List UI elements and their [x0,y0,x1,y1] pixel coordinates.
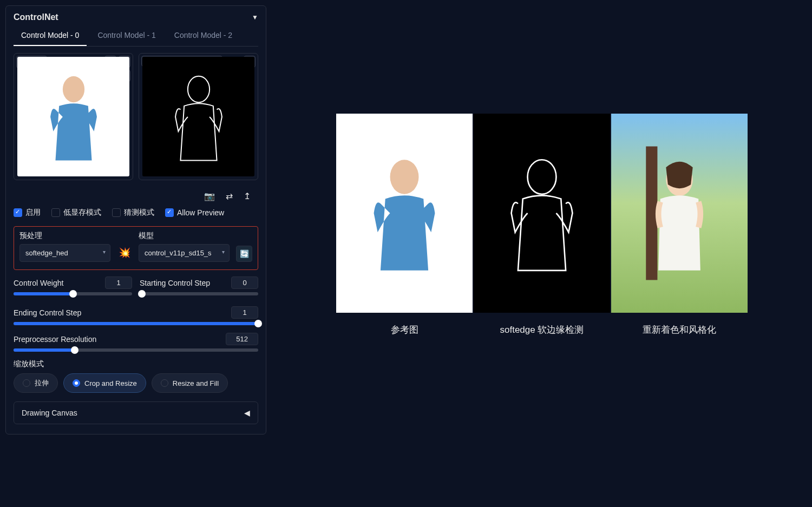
preproc-select[interactable]: softedge_hed [19,244,110,262]
end-step-label: Ending Control Step [14,308,81,317]
triptych-col-1: 参考图 [336,114,473,336]
start-step-label: Starting Control Step [140,279,210,287]
model-label: 模型 [139,231,230,241]
image-row: ▣ 图像 ↶ ✕ ✎ ▣ [14,53,258,180]
panel-box: ControlNet ▼ Control Model - 0 Control M… [5,5,266,434]
checkbox-icon [165,208,174,217]
panel-title: ControlNet [14,12,58,22]
allow-preview-checkbox[interactable]: Allow Preview [165,208,224,217]
triptych-col-2: softedge 软边缘检测 [474,114,610,336]
source-image-card: ▣ 图像 ↶ ✕ ✎ [14,53,133,180]
panel-header: ControlNet ▼ [14,12,258,22]
tab-control-model-1[interactable]: Control Model - 1 [90,27,163,46]
checkbox-row: 启用 低显存模式 猜测模式 Allow Preview [14,208,258,218]
swap-icon[interactable]: ⇄ [226,191,233,201]
end-step-value[interactable]: 1 [231,306,258,319]
tabs: Control Model - 0 Control Model - 1 Cont… [14,27,258,47]
svg-point-0 [62,76,84,102]
pre-res-slider[interactable] [14,348,258,352]
person-photo-placeholder [357,129,452,298]
explosion-icon[interactable]: 💥 [117,247,132,262]
checkbox-icon [14,208,22,217]
radio-icon [161,379,168,387]
preview-card: ▣ Preprocessor Preview ⬇ [139,53,258,180]
checkbox-icon [51,208,60,217]
svg-point-3 [528,160,556,194]
triptych: 参考图 softedge 软边缘检测 重新着色和风格化 [336,114,748,336]
camera-icon[interactable]: 📷 [204,191,215,201]
triptych-col-3: 重新着色和风格化 [611,114,748,336]
right-preview-area: 参考图 softedge 软边缘检测 重新着色和风格化 [272,0,812,507]
checkbox-icon [112,208,121,217]
svg-point-2 [390,160,419,194]
control-weight-label: Control Weight [14,279,63,287]
scale-crop-radio[interactable]: Crop and Resize [63,373,146,393]
reference-image [336,114,473,313]
svg-point-1 [187,76,209,102]
tab-control-model-0[interactable]: Control Model - 0 [14,27,87,46]
upload-icon[interactable]: ↥ [244,191,251,201]
drawing-canvas-toggle[interactable]: Drawing Canvas ◀ [14,401,258,424]
edge-outline-placeholder [494,129,590,298]
triptych-caption-1: 参考图 [336,324,473,336]
refresh-icon[interactable]: 🔄 [236,246,252,262]
action-icons: 📷 ⇄ ↥ [14,187,258,208]
radio-icon [23,379,30,387]
chevron-left-icon: ◀ [244,409,250,417]
start-step-slider[interactable] [140,292,258,295]
collapse-icon[interactable]: ▼ [252,14,258,21]
triptych-caption-2: softedge 软边缘检测 [474,324,610,336]
edge-outline-placeholder [159,66,238,168]
pre-res-label: Preprocessor Resolution [14,335,96,344]
end-step-slider[interactable] [14,322,258,325]
scale-stretch-radio[interactable]: 拉伸 [14,373,58,393]
anime-person-placeholder [632,129,727,298]
controlnet-panel: ControlNet ▼ Control Model - 0 Control M… [0,0,272,507]
scale-mode-radios: 拉伸 Crop and Resize Resize and Fill [14,373,258,393]
radio-icon [73,379,80,387]
pre-res-value[interactable]: 512 [226,333,258,345]
triptych-caption-3: 重新着色和风格化 [611,324,748,336]
source-image[interactable] [17,57,129,176]
softedge-image [474,114,610,313]
person-photo-placeholder [34,66,113,168]
preproc-model-group: 预处理 softedge_hed 💥 模型 control_v11p_sd15_… [14,226,258,270]
control-weight-value[interactable]: 1 [105,276,132,289]
lowvram-checkbox[interactable]: 低显存模式 [51,208,101,218]
enable-checkbox[interactable]: 启用 [14,208,41,218]
canvas-label: Drawing Canvas [22,409,77,417]
start-step-value[interactable]: 0 [231,276,258,289]
model-select[interactable]: control_v11p_sd15_s [139,244,230,262]
preproc-label: 预处理 [19,231,110,241]
control-weight-slider[interactable] [14,292,132,295]
guess-checkbox[interactable]: 猜测模式 [112,208,154,218]
tab-control-model-2[interactable]: Control Model - 2 [167,27,240,46]
scale-mode-label: 缩放模式 [14,359,258,369]
scale-fill-radio[interactable]: Resize and Fill [152,373,228,393]
weight-start-row: Control Weight 1 Starting Control Step 0 [14,276,258,303]
preview-image[interactable] [142,57,254,176]
stylized-image [611,114,748,313]
